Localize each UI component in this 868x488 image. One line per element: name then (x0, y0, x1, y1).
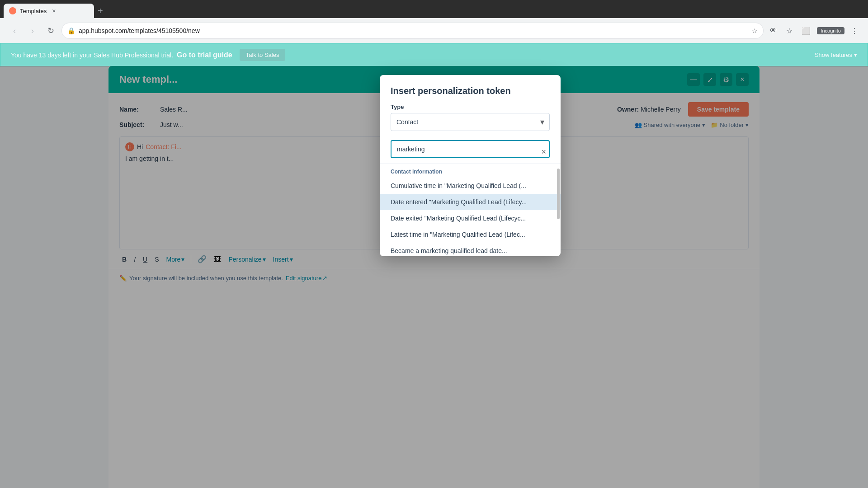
refresh-button[interactable]: ↻ (43, 23, 58, 38)
token-item[interactable]: Date entered "Marketing Qualified Lead (… (380, 194, 561, 210)
tab-favicon (9, 7, 16, 14)
token-modal: Insert personalization token Type Contac… (380, 75, 561, 256)
tab-title: Templates (20, 8, 47, 14)
address-text: app.hubspot.com/templates/45105500/new (79, 27, 748, 34)
type-select[interactable]: ContactCompanyDealOwnerSender (391, 113, 550, 131)
hubspot-app: You have 13 days left in your Sales Hub … (0, 43, 868, 488)
contact-info-header: Contact information (380, 164, 561, 178)
back-button[interactable]: ‹ (7, 23, 22, 38)
token-item[interactable]: Became a marketing qualified lead date..… (380, 243, 561, 256)
incognito-badge: Incognito (817, 27, 844, 34)
token-item[interactable]: Cumulative time in "Marketing Qualified … (380, 178, 561, 194)
bookmark-icon: ☆ (752, 27, 758, 34)
token-modal-header: Insert personalization token Type Contac… (380, 75, 561, 140)
clear-search-button[interactable]: × (541, 147, 546, 157)
token-results-list: Contact information Cumulative time in "… (380, 164, 561, 256)
forward-button[interactable]: › (25, 23, 40, 38)
tablet-icon[interactable]: ⬜ (799, 24, 813, 38)
scrollbar-thumb (557, 169, 560, 219)
search-wrapper: × (380, 140, 561, 164)
address-bar[interactable]: 🔒 app.hubspot.com/templates/45105500/new… (61, 23, 764, 39)
lock-icon: 🔒 (67, 27, 75, 34)
type-select-wrapper: ContactCompanyDealOwnerSender ▾ (391, 113, 550, 131)
new-tab-button[interactable]: + (94, 4, 107, 18)
active-tab[interactable]: Templates × (4, 4, 94, 18)
search-input[interactable] (391, 140, 550, 158)
type-label: Type (391, 103, 550, 110)
token-item[interactable]: Date exited "Marketing Qualified Lead (L… (380, 210, 561, 226)
star-icon[interactable]: ☆ (783, 24, 795, 38)
eye-off-icon[interactable]: 👁 (767, 24, 780, 38)
tab-close-button[interactable]: × (52, 7, 56, 14)
token-modal-title: Insert personalization token (391, 86, 550, 96)
menu-button[interactable]: ⋮ (848, 24, 861, 38)
nav-right-controls: 👁 ☆ ⬜ Incognito ⋮ (767, 24, 861, 38)
scrollbar-track (557, 164, 560, 256)
token-item[interactable]: Latest time in "Marketing Qualified Lead… (380, 226, 561, 243)
